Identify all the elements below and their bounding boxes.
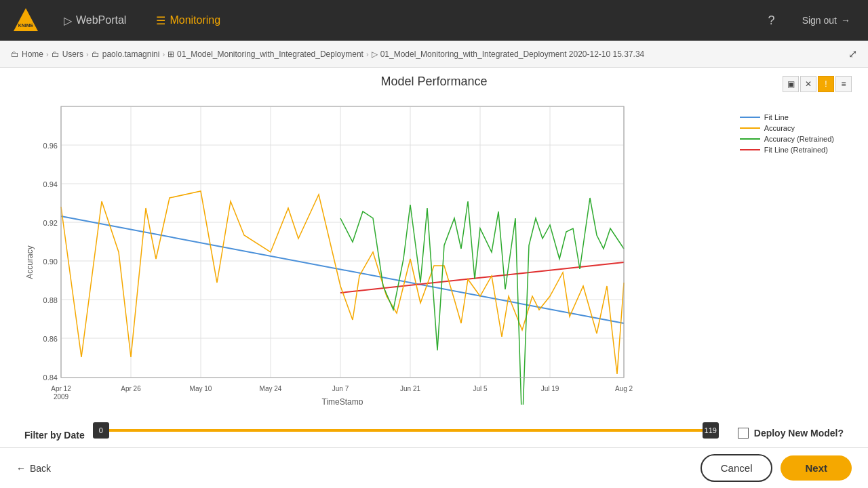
breadcrumb-workflow[interactable]: ⊞ 01_Model_Monitoring_with_Integrated_De… [167, 49, 363, 59]
chart-ctrl-warning[interactable]: ! [818, 76, 834, 92]
svg-text:May 10: May 10 [190, 385, 212, 392]
svg-text:Accuracy: Accuracy [25, 245, 35, 279]
folder-icon-2: 🗀 [52, 49, 60, 59]
knime-logo: KNIME [11, 5, 41, 35]
sign-out-label: Sign out [802, 15, 837, 26]
chart-title: Model Performance [14, 75, 854, 89]
breadcrumb-users[interactable]: 🗀 Users [52, 49, 83, 59]
breadcrumb-run[interactable]: ▷ 01_Model_Monitoring_with_Integrated_De… [372, 49, 645, 59]
chart-ctrl-1[interactable]: ▣ [783, 76, 799, 92]
svg-text:May 24: May 24 [260, 385, 282, 392]
legend-fit-line-retrained: Fit Line (Retrained) [740, 146, 834, 154]
svg-text:Apr 26: Apr 26 [121, 385, 141, 392]
folder-icon: 🗀 [11, 49, 19, 59]
svg-text:Jun 21: Jun 21 [400, 385, 420, 392]
svg-text:Aug 2: Aug 2 [615, 385, 633, 392]
chart-legend: Fit Line Accuracy Accuracy (Retrained) F… [740, 113, 834, 157]
expand-button[interactable]: ⤢ [848, 47, 857, 60]
svg-text:TimeStamp: TimeStamp [322, 397, 363, 405]
breadcrumb-sep-1: › [46, 50, 49, 58]
sign-out-icon: → [841, 15, 850, 26]
monitoring-label: Monitoring [170, 14, 220, 26]
run-icon: ▷ [372, 49, 378, 59]
breadcrumb-sep-2: › [86, 50, 89, 58]
slider-thumb-right[interactable]: 119 [703, 422, 719, 439]
webportal-label: WebPortal [76, 14, 126, 26]
svg-text:0.96: 0.96 [43, 142, 58, 150]
legend-accuracy-retrained: Accuracy (Retrained) [740, 135, 834, 143]
breadcrumb-sep-3: › [162, 50, 165, 58]
legend-accuracy: Accuracy [740, 124, 834, 132]
deploy-checkbox[interactable] [738, 428, 749, 439]
chart-ctrl-2[interactable]: ✕ [800, 76, 816, 92]
svg-text:2009: 2009 [54, 393, 69, 401]
chart-wrapper: Accuracy 0.84 0.86 [14, 93, 854, 407]
legend-fit-line: Fit Line [740, 113, 834, 121]
breadcrumb: 🗀 Home › 🗀 Users › 🗀 paolo.tamagnini › ⊞… [0, 41, 868, 68]
main-content: ▣ ✕ ! ≡ Model Performance Accuracy [0, 68, 868, 460]
filter-label: Filter by Date [24, 430, 85, 441]
breadcrumb-sep-4: › [366, 50, 369, 58]
bottom-bar: ← Back Cancel Next [0, 447, 868, 488]
next-button[interactable]: Next [781, 455, 852, 481]
svg-text:Apr 12: Apr 12 [51, 385, 71, 392]
svg-text:0.86: 0.86 [43, 335, 58, 343]
help-button[interactable]: ? [764, 9, 779, 32]
svg-text:Jun 7: Jun 7 [332, 385, 349, 392]
top-navigation: KNIME ▷ WebPortal ☰ Monitoring ? Sign ou… [0, 0, 868, 41]
chart-svg: Accuracy 0.84 0.86 [20, 93, 644, 405]
chart-ctrl-menu[interactable]: ≡ [835, 76, 852, 92]
svg-text:0.84: 0.84 [43, 373, 58, 382]
cancel-button[interactable]: Cancel [701, 454, 773, 482]
monitoring-nav-item[interactable]: ☰ Monitoring [149, 10, 227, 31]
svg-text:Jul 5: Jul 5 [473, 385, 488, 392]
logo-area[interactable]: KNIME [11, 5, 41, 35]
monitoring-icon: ☰ [156, 14, 165, 27]
webportal-nav-item[interactable]: ▷ WebPortal [57, 10, 133, 31]
slider-thumb-left[interactable]: 0 [93, 422, 109, 439]
back-button[interactable]: ← Back [16, 463, 51, 474]
chart-controls: ▣ ✕ ! ≡ [783, 76, 852, 92]
play-icon: ▷ [64, 14, 72, 27]
svg-text:Jul 19: Jul 19 [541, 385, 559, 392]
svg-text:0.90: 0.90 [43, 258, 58, 266]
breadcrumb-home[interactable]: 🗀 Home [11, 49, 43, 59]
svg-text:0.94: 0.94 [43, 180, 58, 188]
svg-text:0.88: 0.88 [43, 296, 58, 304]
back-arrow-icon: ← [16, 463, 26, 474]
svg-rect-3 [61, 106, 624, 378]
breadcrumb-user[interactable]: 🗀 paolo.tamagnini [92, 49, 160, 59]
svg-text:0.92: 0.92 [43, 219, 58, 227]
workflow-icon: ⊞ [167, 49, 174, 59]
sign-out-button[interactable]: Sign out → [795, 11, 857, 30]
folder-icon-3: 🗀 [92, 49, 100, 59]
svg-text:KNIME: KNIME [18, 23, 34, 28]
deploy-label: Deploy New Model? [754, 428, 844, 439]
